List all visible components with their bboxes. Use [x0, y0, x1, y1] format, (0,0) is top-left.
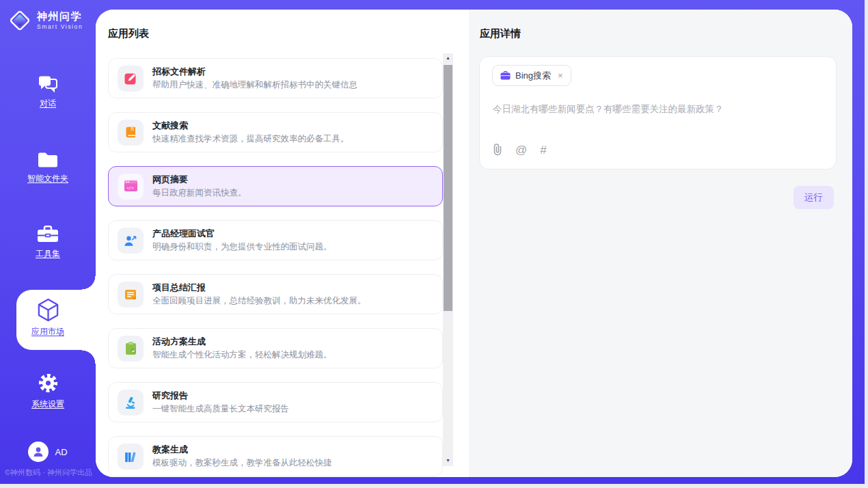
scroll-up-icon[interactable]: ▲ [443, 55, 453, 60]
app-card-title: 研究报告 [152, 391, 289, 400]
list-scrollbar[interactable]: ▲ ▼ [443, 53, 453, 466]
app-card-lesson-plan[interactable]: 教案生成 模板驱动，教案秒生成，教学准备从此轻松快捷 [108, 436, 443, 476]
person-icon [32, 446, 44, 458]
query-composer[interactable]: Bing搜索 × 今日湖北有哪些新闻要点？有哪些需要关注的最新政策？ @ # [479, 56, 837, 170]
user-account[interactable]: AD [0, 442, 96, 462]
user-initials: AD [55, 447, 67, 457]
scrollbar-thumb[interactable] [444, 65, 452, 311]
app-card-activity-plan[interactable]: 活动方案生成 智能生成个性化活动方案，轻松解决规划难题。 [108, 328, 443, 368]
clipboard-check-icon [118, 336, 144, 362]
brand-subtitle: Smart Vision [37, 23, 83, 30]
app-card-title: 教案生成 [152, 445, 332, 454]
query-text[interactable]: 今日湖北有哪些新闻要点？有哪些需要关注的最新政策？ [493, 103, 724, 116]
composer-toolbar: @ # [493, 143, 547, 157]
person-chart-icon [118, 228, 144, 254]
app-card-desc: 帮助用户快速、准确地理解和解析招标书中的关键信息 [152, 81, 357, 90]
scroll-down-icon[interactable]: ▼ [443, 458, 453, 463]
sidebar-item-label: 系统设置 [31, 398, 64, 410]
app-card-pm-interviewer[interactable]: 产品经理面试官 明确身份和职责，为您提供专业性的面试问题。 [108, 220, 443, 260]
sidebar-item-chat[interactable]: 对话 [0, 74, 96, 109]
app-card-literature-search[interactable]: 文献搜索 快速精准查找学术资源，提高研究效率的必备工具。 [108, 112, 443, 152]
app-card-desc: 明确身份和职责，为您提供专业性的面试问题。 [152, 243, 332, 252]
sidebar-item-label: 工具集 [36, 248, 60, 260]
app-card-title: 文献搜索 [152, 121, 349, 130]
briefcase-icon [500, 71, 511, 80]
chat-icon [38, 74, 58, 94]
bubble-fillet-top [82, 276, 96, 290]
note-icon [118, 282, 144, 308]
sidebar-item-label: 应用市场 [31, 326, 64, 338]
close-icon[interactable]: × [558, 70, 563, 81]
app-card-web-summary[interactable]: </> 网页摘要 每日政府新闻资讯快查。 [108, 166, 443, 206]
hash-icon[interactable]: # [540, 144, 546, 156]
app-detail-pane: 应用详情 Bing搜索 × 今日湖北有哪些新闻要点？有哪些需要关注的最新政策？ [469, 10, 852, 477]
sidebar-item-label: 对话 [40, 98, 56, 109]
cube-icon [37, 298, 59, 322]
microscope-icon [118, 390, 144, 416]
paperclip-icon[interactable] [493, 143, 502, 157]
pencil-square-icon [118, 66, 144, 92]
book-icon [118, 120, 144, 146]
diamond-logo-icon [8, 8, 32, 33]
content-panel: 应用列表 招标文件解析 帮助用户快速、准确地理解和解析招标书中的关键信息 [96, 10, 852, 477]
app-card-bid-parse[interactable]: 招标文件解析 帮助用户快速、准确地理解和解析招标书中的关键信息 [108, 58, 443, 98]
brand-logo: 神州问学 Smart Vision [8, 8, 83, 33]
svg-text:</>: </> [126, 185, 134, 190]
app-card-desc: 全面回顾项目进展，总结经验教训，助力未来优化发展。 [152, 297, 366, 306]
run-button[interactable]: 运行 [794, 186, 834, 209]
tool-tag-bing-search: Bing搜索 × [492, 65, 571, 86]
copyright-text: ©神州数码 · 神州问学出品 [5, 467, 92, 478]
browser-code-icon: </> [118, 174, 144, 200]
avatar [28, 442, 49, 462]
books-icon [118, 444, 144, 470]
toolbox-icon [36, 225, 59, 244]
at-icon[interactable]: @ [515, 144, 527, 156]
app-detail-title: 应用详情 [480, 27, 521, 40]
app-card-title: 活动方案生成 [152, 337, 332, 346]
sidebar-item-smart-folder[interactable]: 智能文件夹 [0, 151, 96, 185]
bubble-fillet-bottom [82, 350, 96, 364]
app-card-project-summary[interactable]: 项目总结汇报 全面回顾项目进展，总结经验教训，助力未来优化发展。 [108, 274, 443, 314]
app-card-desc: 智能生成个性化活动方案，轻松解决规划难题。 [152, 351, 332, 360]
app-window: 神州问学 Smart Vision 对话 智能文件夹 [0, 0, 868, 488]
app-card-desc: 一键智能生成高质量长文本研究报告 [152, 405, 289, 414]
app-card-title: 产品经理面试官 [152, 229, 332, 238]
app-card-desc: 模板驱动，教案秒生成，教学准备从此轻松快捷 [152, 459, 332, 467]
app-card-title: 项目总结汇报 [152, 283, 366, 292]
app-card-desc: 快速精准查找学术资源，提高研究效率的必备工具。 [152, 135, 349, 144]
sidebar-item-toolset[interactable]: 工具集 [0, 225, 96, 260]
app-list-pane: 应用列表 招标文件解析 帮助用户快速、准确地理解和解析招标书中的关键信息 [96, 10, 469, 477]
app-card-desc: 每日政府新闻资讯快查。 [152, 189, 247, 198]
gear-icon [37, 372, 59, 394]
purple-frame: 神州问学 Smart Vision 对话 智能文件夹 [0, 0, 865, 484]
app-card-research-report[interactable]: 研究报告 一键智能生成高质量长文本研究报告 [108, 382, 443, 422]
app-card-title: 网页摘要 [152, 175, 247, 184]
folder-icon [37, 151, 59, 169]
app-card-list: 招标文件解析 帮助用户快速、准确地理解和解析招标书中的关键信息 文献搜索 快 [108, 58, 443, 477]
sidebar-item-label: 智能文件夹 [27, 173, 68, 185]
sidebar-item-settings[interactable]: 系统设置 [0, 372, 96, 410]
app-list-title: 应用列表 [108, 27, 149, 40]
tool-tag-label: Bing搜索 [515, 70, 551, 82]
sidebar-item-app-market[interactable]: 应用市场 [0, 298, 96, 338]
app-card-title: 招标文件解析 [152, 67, 357, 76]
brand-name: 神州问学 [37, 11, 83, 23]
